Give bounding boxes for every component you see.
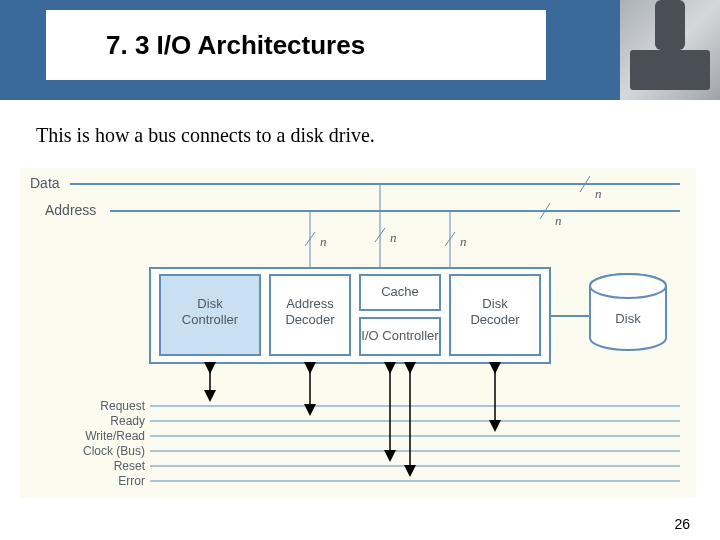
bus-width-n-1: n bbox=[595, 186, 602, 201]
disk-label: Disk bbox=[615, 311, 641, 326]
title-block: 7. 3 I/O Architectures bbox=[46, 10, 546, 80]
data-bus-label: Data bbox=[30, 175, 60, 191]
disk-decoder-label-1: Disk bbox=[482, 296, 508, 311]
bus-width-n-4: n bbox=[390, 230, 397, 245]
signal-clock-bus: Clock (Bus) bbox=[83, 444, 145, 458]
address-bus-label: Address bbox=[45, 202, 96, 218]
control-signals: Request Ready Write/Read Clock (Bus) Res… bbox=[83, 399, 680, 488]
signal-write-read: Write/Read bbox=[85, 429, 145, 443]
disk-decoder-label-2: Decoder bbox=[470, 312, 520, 327]
io-controller-label: I/O Controller bbox=[361, 328, 439, 343]
disk-controller-label-2: Controller bbox=[182, 312, 239, 327]
disk-controller-label-1: Disk bbox=[197, 296, 223, 311]
svg-point-18 bbox=[590, 274, 666, 298]
address-decoder-label-1: Address bbox=[286, 296, 334, 311]
signal-error: Error bbox=[118, 474, 145, 488]
page-title: 7. 3 I/O Architectures bbox=[106, 30, 365, 61]
signal-request: Request bbox=[100, 399, 145, 413]
signal-reset: Reset bbox=[114, 459, 146, 473]
bus-width-n-2: n bbox=[555, 213, 562, 228]
bus-width-n-3: n bbox=[320, 234, 327, 249]
page-number: 26 bbox=[674, 516, 690, 532]
cache-label: Cache bbox=[381, 284, 419, 299]
bus-width-n-5: n bbox=[460, 234, 467, 249]
signal-ready: Ready bbox=[110, 414, 145, 428]
bus-diagram: Data Address n n n n n Disk Controller A… bbox=[20, 168, 696, 498]
address-decoder-label-2: Decoder bbox=[285, 312, 335, 327]
header-decorative-photo bbox=[620, 0, 720, 100]
slide-caption: This is how a bus connects to a disk dri… bbox=[36, 124, 375, 147]
